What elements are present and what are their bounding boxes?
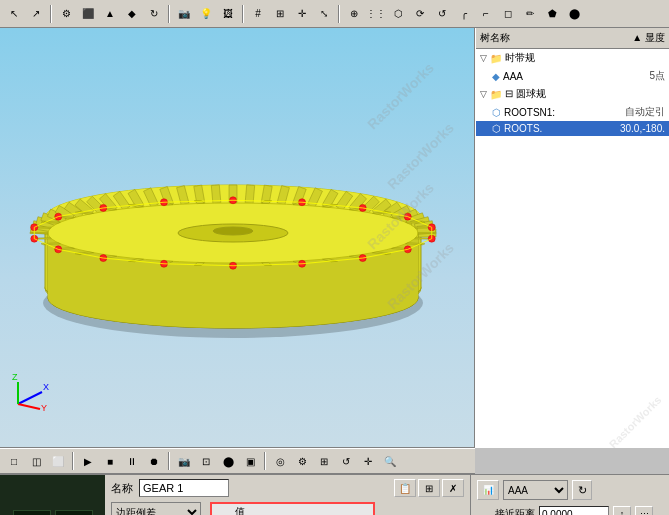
pause-icon[interactable]: ⏸: [122, 451, 142, 471]
env-icon[interactable]: ◎: [270, 451, 290, 471]
stop-icon[interactable]: ■: [100, 451, 120, 471]
move-icon[interactable]: ✛: [292, 4, 312, 24]
cursor-tool[interactable]: ↗: [26, 4, 46, 24]
data-table[interactable]: 值 1 (30.0,-30.0) 2 (30.0,-30.0) 3 (30.: [210, 502, 375, 515]
approach-label: 接近距离: [477, 507, 535, 515]
main-area: X Y Z RastorWorks RastorWorks RastorWork…: [0, 28, 669, 515]
pan-icon[interactable]: ✛: [358, 451, 378, 471]
tree-val-4: 30.0,-180.: [620, 123, 665, 134]
camera-icon[interactable]: 📷: [174, 4, 194, 24]
toolbar-sep-1: [50, 5, 52, 23]
triangle-icon[interactable]: ▲: [100, 4, 120, 24]
toolbar-sep-4: [338, 5, 340, 23]
tree-label-1: AAA: [503, 71, 646, 82]
chamfer-icon[interactable]: ⌐: [476, 4, 496, 24]
view-side-icon[interactable]: ◫: [26, 451, 46, 471]
scale-icon[interactable]: ⤡: [314, 4, 334, 24]
wire-icon[interactable]: ⊡: [196, 451, 216, 471]
tree-val-3: 自动定引: [625, 105, 665, 119]
tree-item-4[interactable]: ⬡ ROOTS. 30.0,-180.: [476, 121, 669, 136]
top-toolbar: ↖ ↗ ⚙ ⬛ ▲ ◆ ↻ 📷 💡 🖼 # ⊞ ✛ ⤡ ⊕ ⋮⋮ ⬡ ⟳ ↺ ╭…: [0, 0, 669, 28]
play-icon[interactable]: ▶: [78, 451, 98, 471]
tree-col1-header: 树名称: [480, 31, 606, 45]
tree-view[interactable]: ▽ 📁 时带规 ◆ AAA 5点 ▽ 📁 ⊟ 圆球规 ⬡ ROOTSN1:: [476, 49, 669, 448]
name-icon2[interactable]: ⊞: [418, 479, 440, 497]
bt-sep-1: [72, 452, 74, 470]
tree-val-1: 5点: [649, 69, 665, 83]
snap2-icon[interactable]: ⊞: [314, 451, 334, 471]
mode-dropdown[interactable]: 边距例差: [111, 502, 201, 515]
tree-item-1[interactable]: ◆ AAA 5点: [476, 67, 669, 85]
name-label: 名称: [111, 481, 133, 496]
watermark-tree: RastorWorks: [606, 394, 663, 448]
tree-icon-3: ⬡: [492, 107, 501, 118]
name-icon3[interactable]: ✗: [442, 479, 464, 497]
array-icon[interactable]: ⋮⋮: [366, 4, 386, 24]
camera2-icon[interactable]: 📷: [174, 451, 194, 471]
tree-col2-header: ▲ 显度: [610, 31, 665, 45]
record-icon[interactable]: ⏺: [144, 451, 164, 471]
revolve-icon[interactable]: ↺: [432, 4, 452, 24]
svg-text:Z: Z: [12, 372, 18, 382]
draft-icon[interactable]: ✏: [520, 4, 540, 24]
loft-icon[interactable]: ⬡: [388, 4, 408, 24]
tree-item-2[interactable]: ▽ 📁 ⊟ 圆球规: [476, 85, 669, 103]
arrow-tool[interactable]: ↖: [4, 4, 24, 24]
shell-icon[interactable]: ◻: [498, 4, 518, 24]
mode-icon[interactable]: 📊: [477, 480, 499, 500]
bottom-controls: 名称 📋 ⊞ ✗ 边距例差 Pitch: [105, 475, 470, 515]
approach-row: 接近距离 ↑ ⋯: [477, 504, 663, 515]
name-icon1[interactable]: 📋: [394, 479, 416, 497]
snap-icon[interactable]: ⊞: [270, 4, 290, 24]
approach-icon1[interactable]: ↑: [613, 506, 631, 516]
tree-item-0[interactable]: ▽ 📁 时带规: [476, 49, 669, 67]
grid-icon[interactable]: #: [248, 4, 268, 24]
svg-text:Y: Y: [41, 403, 47, 412]
extra2-icon[interactable]: ⬤: [564, 4, 584, 24]
toolbar-sep-3: [242, 5, 244, 23]
3d-viewport[interactable]: X Y Z RastorWorks RastorWorks RastorWork…: [0, 28, 475, 448]
svg-line-7: [18, 392, 42, 404]
tree-label-0: 时带规: [505, 51, 665, 65]
svg-line-8: [18, 404, 40, 409]
gear-icon[interactable]: ⚙: [56, 4, 76, 24]
view-front-icon[interactable]: □: [4, 451, 24, 471]
light-icon[interactable]: 💡: [196, 4, 216, 24]
tree-icon-4: ⬡: [492, 123, 501, 134]
bottom-panel: 0 0 名称 📋 ⊞ ✗ 边距例差: [0, 474, 669, 515]
bt-sep-2: [168, 452, 170, 470]
right-panel: 树名称 ▲ 显度 ▽ 📁 时带规 ◆ AAA 5点 ▽ 📁: [475, 28, 669, 448]
approach-icon2[interactable]: ⋯: [635, 506, 653, 516]
rotate-icon[interactable]: ↻: [144, 4, 164, 24]
tree-icon-2: 📁: [490, 89, 502, 100]
refresh-icon[interactable]: ↻: [572, 480, 592, 500]
fillet-icon[interactable]: ╭: [454, 4, 474, 24]
orbit-icon[interactable]: ↺: [336, 451, 356, 471]
aaa-row: 📊 AAA ↻: [477, 479, 663, 501]
boolean-icon[interactable]: ⊕: [344, 4, 364, 24]
cone-icon[interactable]: ◆: [122, 4, 142, 24]
render-icon[interactable]: 🖼: [218, 4, 238, 24]
sweep-icon[interactable]: ⟳: [410, 4, 430, 24]
expand-icon-0: ▽: [480, 53, 487, 63]
approach-input[interactable]: [539, 506, 609, 516]
expand-icon-2: ▽: [480, 89, 487, 99]
zoom-icon[interactable]: 🔍: [380, 451, 400, 471]
tree-icon-0: 📁: [490, 53, 502, 64]
aaa-dropdown[interactable]: AAA: [503, 480, 568, 500]
right-bottom-panel: 📊 AAA ↻ 接近距离 ↑ ⋯ 回退距离 回距面 速度: [470, 475, 669, 515]
table-header-row: 值: [212, 504, 373, 515]
digit-0: 0: [13, 510, 51, 516]
view-top-icon[interactable]: ⬜: [48, 451, 68, 471]
box-icon[interactable]: ⬛: [78, 4, 98, 24]
bottom-toolbar: □ ◫ ⬜ ▶ ■ ⏸ ⏺ 📷 ⊡ ⬤ ▣ ◎ ⚙ ⊞ ↺ ✛ 🔍: [0, 448, 475, 474]
solid-icon[interactable]: ⬤: [218, 451, 238, 471]
texture-icon[interactable]: ▣: [240, 451, 260, 471]
settings-icon[interactable]: ⚙: [292, 451, 312, 471]
axis-indicator: X Y Z: [10, 367, 55, 412]
name-input[interactable]: [139, 479, 229, 497]
extra1-icon[interactable]: ⬟: [542, 4, 562, 24]
tree-item-3[interactable]: ⬡ ROOTSN1: 自动定引: [476, 103, 669, 121]
digit-1: 0: [55, 510, 93, 516]
tree-label-2: ⊟ 圆球规: [505, 87, 665, 101]
